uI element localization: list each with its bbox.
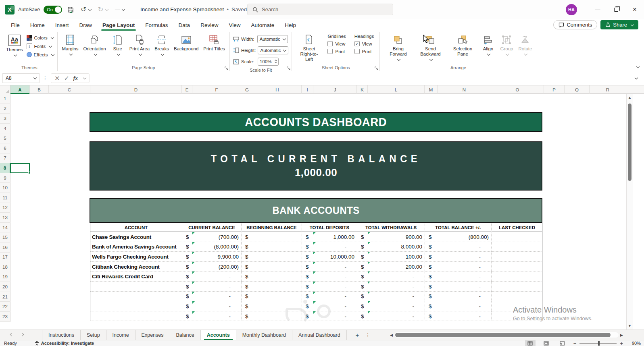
cell-total-deposits[interactable]: - xyxy=(313,282,357,292)
cell-total-deposits[interactable]: - xyxy=(313,271,357,282)
column-header[interactable]: D xyxy=(90,85,182,94)
bank-accounts-banner[interactable]: BANK ACCOUNTS xyxy=(90,198,542,223)
ribbon-tab[interactable]: Insert xyxy=(50,20,74,30)
cell-currency-symbol[interactable]: $ xyxy=(302,242,313,252)
autosave-toggle[interactable]: On xyxy=(44,6,62,14)
ribbon-tab[interactable]: File xyxy=(6,20,25,30)
cancel-icon[interactable]: ✕ xyxy=(54,75,60,82)
cell-current-balance[interactable]: - xyxy=(192,311,241,321)
cell-beginning-balance[interactable] xyxy=(253,252,302,262)
cell-currency-symbol[interactable]: $ xyxy=(425,242,438,252)
cell-total-balance[interactable]: - xyxy=(438,282,491,292)
sheet-options-dialog-launcher[interactable] xyxy=(375,65,379,70)
scroll-right-icon[interactable]: ▶ xyxy=(620,333,623,337)
row-header[interactable]: 1 xyxy=(0,94,10,104)
sheet-tab[interactable]: Income xyxy=(106,330,135,340)
name-box[interactable]: A8 xyxy=(2,73,40,83)
cell-current-balance[interactable]: - xyxy=(192,282,241,292)
column-header[interactable]: C xyxy=(49,85,90,94)
cell-currency-symbol[interactable]: $ xyxy=(241,242,253,252)
normal-view-button[interactable] xyxy=(525,340,536,346)
scroll-left-icon[interactable]: ◀ xyxy=(390,333,393,337)
undo-button[interactable]: ↺ xyxy=(79,5,92,14)
sheet-right-to-left-button[interactable]: Sheet Right-to-Left xyxy=(294,33,323,63)
insert-function-icon[interactable]: fx xyxy=(73,75,78,81)
selection-pane-button[interactable]: Selection Pane xyxy=(447,33,478,58)
column-header[interactable]: K xyxy=(357,85,368,94)
cell-total-balance[interactable]: - xyxy=(438,242,491,252)
page-break-preview-button[interactable] xyxy=(557,340,568,346)
restore-button[interactable] xyxy=(607,0,625,19)
collapse-ribbon-button[interactable] xyxy=(636,65,640,68)
background-button[interactable]: Background xyxy=(172,33,200,52)
cell-last-checked[interactable] xyxy=(491,242,542,252)
excel-app-icon[interactable]: X xyxy=(5,5,15,15)
save-button[interactable] xyxy=(66,6,75,14)
row-header[interactable]: 3 xyxy=(0,114,10,124)
cell-total-withdrawals[interactable]: 100.00 xyxy=(368,252,425,262)
scroll-up-icon[interactable]: ▲ xyxy=(627,94,633,101)
cell-account-name[interactable]: Chase Savings Account xyxy=(90,232,182,242)
table-header-cell[interactable]: TOTAL WITHDRAWALS xyxy=(357,223,425,232)
row-header[interactable]: 4 xyxy=(0,124,10,134)
zoom-level[interactable]: 90% xyxy=(629,341,641,346)
cell-currency-symbol[interactable]: $ xyxy=(357,242,368,252)
rotate-button[interactable]: Rotate xyxy=(516,33,534,57)
cell-beginning-balance[interactable] xyxy=(253,232,302,242)
cell-currency-symbol[interactable]: $ xyxy=(241,232,253,242)
table-header-cell[interactable]: TOTAL BALANCE +/- xyxy=(425,223,491,232)
headings-view-checkbox[interactable]: View xyxy=(354,41,374,46)
cell-last-checked[interactable] xyxy=(491,282,542,292)
align-button[interactable]: Align xyxy=(479,33,497,57)
page-setup-dialog-launcher[interactable] xyxy=(225,65,229,70)
cell-total-balance[interactable]: - xyxy=(438,301,491,311)
cell-currency-symbol[interactable]: $ xyxy=(357,262,368,272)
cell-currency-symbol[interactable]: $ xyxy=(425,232,438,242)
cell-currency-symbol[interactable]: $ xyxy=(425,282,438,292)
cell-currency-symbol[interactable]: $ xyxy=(182,232,192,242)
column-header[interactable]: J xyxy=(313,85,357,94)
bring-forward-button[interactable]: Bring Forward xyxy=(382,33,414,62)
cell-beginning-balance[interactable] xyxy=(253,242,302,252)
cell-currency-symbol[interactable]: $ xyxy=(182,282,192,292)
cell-current-balance[interactable]: (8,000.00) xyxy=(192,242,241,252)
table-header-cell[interactable]: ACCOUNT xyxy=(90,223,182,232)
cell-currency-symbol[interactable]: $ xyxy=(241,311,253,321)
table-header-cell[interactable]: LAST CHECKED xyxy=(491,223,542,232)
width-dropdown[interactable]: Automatic xyxy=(257,35,288,43)
row-header[interactable]: 16 xyxy=(0,242,10,253)
close-button[interactable]: ✕ xyxy=(625,0,644,19)
cell-last-checked[interactable] xyxy=(491,232,542,242)
cell-total-withdrawals[interactable]: 8,000.00 xyxy=(368,242,425,252)
cell-total-balance[interactable]: (800.00) xyxy=(438,232,491,242)
column-header[interactable]: I xyxy=(302,85,313,94)
cell-total-deposits[interactable]: 1,000.00 xyxy=(313,232,357,242)
cell-account-name[interactable] xyxy=(90,292,182,302)
expand-formula-bar-icon[interactable] xyxy=(635,76,638,79)
cell-total-balance[interactable]: - xyxy=(438,252,491,262)
sheet-tab[interactable]: Balance xyxy=(170,330,201,340)
cell-currency-symbol[interactable]: $ xyxy=(425,301,438,311)
row-header[interactable]: 9 xyxy=(0,173,10,183)
cell-currency-symbol[interactable]: $ xyxy=(357,271,368,282)
row-header[interactable]: 6 xyxy=(0,143,10,153)
cell-total-deposits[interactable]: - xyxy=(313,242,357,252)
row-header[interactable]: 12 xyxy=(0,203,10,213)
cell-currency-symbol[interactable]: $ xyxy=(241,271,253,282)
size-button[interactable]: Size xyxy=(109,33,127,57)
cell-last-checked[interactable] xyxy=(491,252,542,262)
sheet-tab[interactable]: Instructions xyxy=(42,330,81,340)
cell-currency-symbol[interactable]: $ xyxy=(182,311,192,321)
column-header[interactable]: L xyxy=(368,85,425,94)
ribbon-tab[interactable]: Help xyxy=(279,20,301,30)
cell-beginning-balance[interactable] xyxy=(253,311,302,321)
cell-currency-symbol[interactable]: $ xyxy=(302,271,313,282)
sheet-tab[interactable]: Annual Dashboard xyxy=(292,330,347,340)
print-titles-button[interactable]: Print Titles xyxy=(201,33,227,52)
ribbon-tab[interactable]: Home xyxy=(25,20,50,30)
column-header[interactable]: B xyxy=(30,85,49,94)
row-header[interactable]: 14 xyxy=(0,223,10,233)
cell-last-checked[interactable] xyxy=(491,292,542,302)
cell-account-name[interactable]: Citibank Checking Account xyxy=(90,262,182,272)
row-header[interactable]: 8 xyxy=(0,163,10,173)
